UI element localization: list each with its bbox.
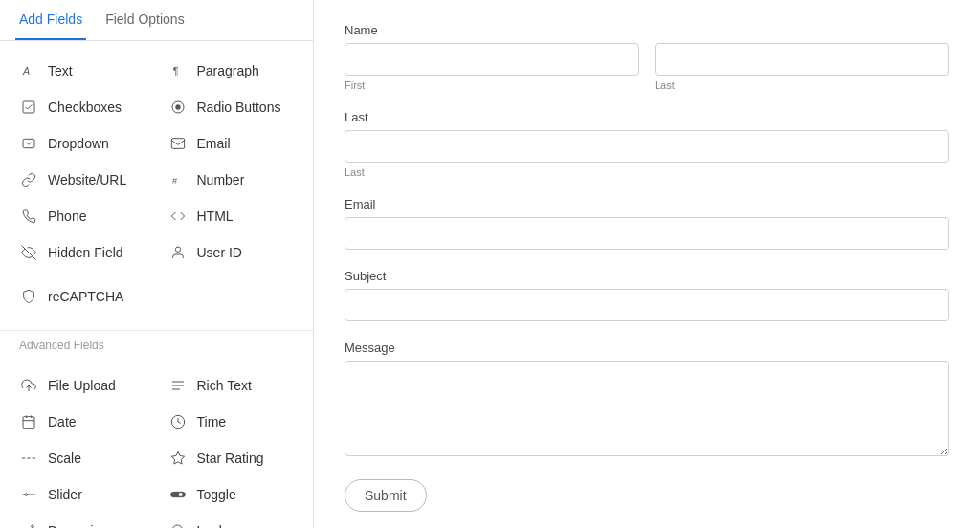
form-label-name: Name bbox=[345, 23, 949, 37]
field-item-dynamic[interactable]: Dynamic bbox=[8, 513, 157, 528]
user-icon bbox=[168, 243, 188, 262]
tab-add-fields[interactable]: Add Fields bbox=[15, 0, 86, 40]
field-item-number[interactable]: # Number bbox=[157, 162, 306, 198]
field-label-email: Email bbox=[197, 136, 231, 151]
svg-text:#: # bbox=[172, 176, 178, 186]
field-label-rich-text: Rich Text bbox=[197, 378, 252, 393]
standard-fields-list: A Text ¶ Paragraph Checkboxes bbox=[0, 41, 313, 326]
name-last-input[interactable] bbox=[655, 43, 949, 76]
svg-point-4 bbox=[175, 104, 180, 109]
field-item-toggle[interactable]: Toggle bbox=[157, 476, 306, 513]
number-icon: # bbox=[168, 170, 188, 189]
last-input[interactable] bbox=[345, 130, 949, 163]
field-item-dropdown[interactable]: Dropdown bbox=[8, 125, 157, 162]
form-group-email: Email bbox=[345, 197, 949, 250]
field-item-user-id[interactable]: User ID bbox=[157, 234, 306, 271]
field-label-checkboxes: Checkboxes bbox=[48, 99, 122, 115]
star-icon bbox=[168, 449, 188, 468]
scale-icon bbox=[19, 449, 38, 468]
checkbox-icon bbox=[19, 98, 38, 117]
form-group-name: Name First Last bbox=[345, 23, 949, 91]
field-item-phone[interactable]: Phone bbox=[8, 198, 157, 234]
form-label-last: Last bbox=[345, 110, 949, 124]
field-item-website-url[interactable]: Website/URL bbox=[8, 162, 157, 198]
email-input[interactable] bbox=[345, 217, 949, 250]
field-item-paragraph[interactable]: ¶ Paragraph bbox=[157, 53, 306, 89]
name-last-sublabel: Last bbox=[655, 79, 949, 91]
hidden-icon bbox=[19, 243, 38, 262]
html-icon bbox=[168, 207, 188, 226]
form-label-message: Message bbox=[345, 341, 949, 355]
form-group-message: Message bbox=[345, 341, 949, 460]
field-label-radio-buttons: Radio Buttons bbox=[197, 99, 281, 115]
tab-field-options[interactable]: Field Options bbox=[101, 0, 188, 40]
name-col-first: First bbox=[345, 43, 639, 91]
field-label-recaptcha: reCAPTCHA bbox=[48, 289, 123, 304]
svg-text:A: A bbox=[22, 65, 30, 77]
upload-icon bbox=[19, 376, 38, 395]
time-icon bbox=[168, 412, 188, 431]
slider-icon bbox=[19, 485, 38, 504]
field-label-star-rating: Star Rating bbox=[197, 451, 264, 466]
last-sublabel: Last bbox=[345, 166, 949, 178]
field-item-scale[interactable]: Scale bbox=[8, 440, 157, 476]
form-group-subject: Subject bbox=[345, 269, 949, 321]
field-label-scale: Scale bbox=[48, 451, 81, 466]
field-label-dropdown: Dropdown bbox=[48, 136, 109, 151]
message-textarea[interactable] bbox=[345, 361, 949, 456]
field-item-file-upload[interactable]: File Upload bbox=[8, 367, 157, 404]
lookup-icon bbox=[168, 521, 188, 528]
svg-point-27 bbox=[178, 493, 182, 496]
name-row: First Last bbox=[345, 43, 949, 91]
svg-marker-22 bbox=[171, 451, 184, 464]
field-item-email[interactable]: Email bbox=[157, 125, 306, 162]
form-group-last: Last Last bbox=[345, 110, 949, 178]
field-label-hidden-field: Hidden Field bbox=[48, 245, 123, 260]
svg-point-9 bbox=[175, 247, 180, 252]
field-item-lookup[interactable]: Lookup bbox=[157, 513, 306, 528]
svg-rect-26 bbox=[170, 492, 185, 496]
submit-button[interactable]: Submit bbox=[345, 479, 427, 512]
field-item-rich-text[interactable]: Rich Text bbox=[157, 367, 306, 404]
form-label-subject: Subject bbox=[345, 269, 949, 283]
svg-rect-6 bbox=[171, 139, 184, 149]
field-item-time[interactable]: Time bbox=[157, 404, 306, 440]
field-item-star-rating[interactable]: Star Rating bbox=[157, 440, 306, 476]
field-item-text[interactable]: A Text bbox=[8, 53, 157, 89]
phone-icon bbox=[19, 207, 38, 226]
svg-rect-14 bbox=[23, 417, 34, 429]
right-panel: Name First Last Last Last Email Subject … bbox=[314, 0, 980, 528]
field-label-user-id: User ID bbox=[197, 245, 242, 260]
field-label-text: Text bbox=[48, 63, 73, 78]
field-item-date[interactable]: Date bbox=[8, 404, 157, 440]
field-item-html[interactable]: HTML bbox=[157, 198, 306, 234]
field-item-recaptcha[interactable]: reCAPTCHA bbox=[8, 278, 157, 315]
radio-icon bbox=[168, 98, 188, 117]
field-item-hidden-field[interactable]: Hidden Field bbox=[8, 234, 157, 271]
subject-input[interactable] bbox=[345, 289, 949, 321]
field-item-checkboxes[interactable]: Checkboxes bbox=[8, 89, 157, 125]
field-label-toggle: Toggle bbox=[197, 487, 236, 502]
field-label-phone: Phone bbox=[48, 209, 86, 224]
field-label-website-url: Website/URL bbox=[48, 172, 126, 187]
svg-point-29 bbox=[32, 525, 34, 528]
form-label-email: Email bbox=[345, 197, 949, 211]
tabs-bar: Add Fields Field Options bbox=[0, 0, 313, 41]
dynamic-icon bbox=[19, 521, 38, 528]
field-label-date: Date bbox=[48, 414, 77, 429]
field-item-slider[interactable]: Slider bbox=[8, 476, 157, 513]
field-label-paragraph: Paragraph bbox=[197, 63, 259, 78]
advanced-fields-list: File Upload Rich Text Date bbox=[0, 356, 313, 528]
name-first-input[interactable] bbox=[345, 43, 639, 76]
link-icon bbox=[19, 170, 38, 189]
toggle-icon bbox=[168, 485, 188, 504]
field-item-radio-buttons[interactable]: Radio Buttons bbox=[157, 89, 306, 125]
dropdown-icon bbox=[19, 134, 38, 153]
field-label-slider: Slider bbox=[48, 487, 82, 502]
field-label-time: Time bbox=[197, 414, 227, 429]
text-icon: A bbox=[19, 61, 38, 80]
name-first-sublabel: First bbox=[345, 79, 639, 91]
advanced-fields-label: Advanced Fields bbox=[0, 330, 313, 356]
form-submit-wrapper: Submit bbox=[345, 479, 949, 512]
paragraph-icon: ¶ bbox=[168, 61, 188, 80]
